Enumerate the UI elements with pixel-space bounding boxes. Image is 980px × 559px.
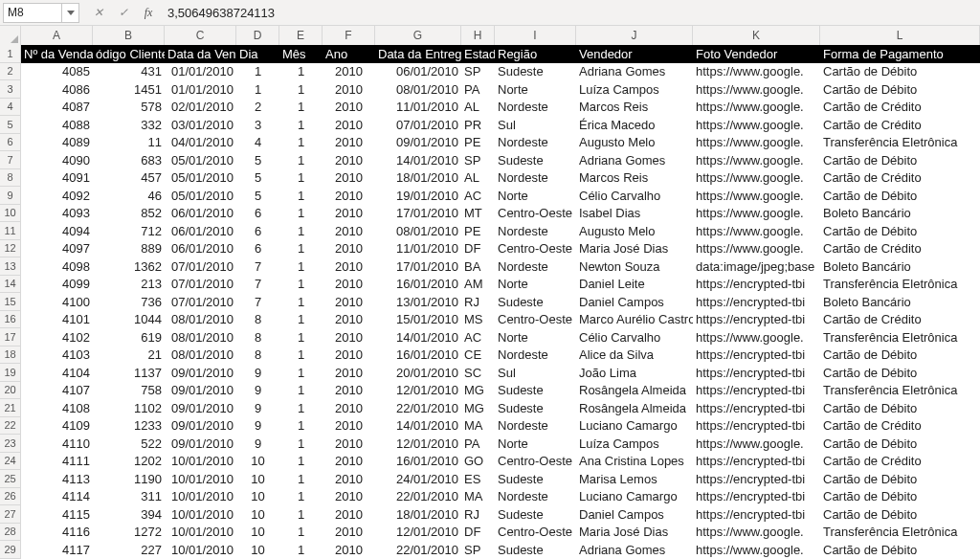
cell[interactable]: Marisa Lemos	[576, 470, 693, 488]
cell[interactable]: Sudeste	[495, 63, 576, 81]
cell[interactable]: GO	[461, 453, 495, 471]
cell[interactable]: AC	[461, 328, 495, 347]
cell[interactable]: Adriana Gomes	[576, 63, 693, 81]
cell[interactable]: Cartão de Crédito	[820, 240, 980, 258]
row-header-1[interactable]: 1	[0, 45, 21, 63]
cell[interactable]: 4094	[21, 222, 93, 240]
cell[interactable]: Cartão de Crédito	[820, 99, 980, 117]
cell[interactable]: ES	[461, 470, 495, 488]
cell[interactable]: 06/01/2010	[375, 63, 461, 81]
cell[interactable]: 4101	[21, 311, 93, 329]
cell[interactable]: https://encrypted-tbi	[693, 347, 820, 365]
cell[interactable]: Centro-Oeste	[495, 205, 576, 223]
cell[interactable]: 1	[279, 205, 323, 223]
cell[interactable]: Cartão de Débito	[820, 63, 980, 81]
cell[interactable]: https://www.google.	[693, 328, 820, 347]
cell[interactable]: 2010	[323, 257, 375, 276]
cell[interactable]: 4114	[21, 488, 93, 506]
row-header-21[interactable]: 21	[0, 399, 21, 417]
cell[interactable]: 2010	[323, 399, 375, 417]
cell[interactable]: 1	[279, 488, 323, 506]
cell[interactable]: 10	[236, 488, 279, 506]
cell[interactable]: Daniel Campos	[576, 293, 693, 311]
cell[interactable]: 2010	[323, 311, 375, 329]
cell[interactable]: 10/01/2010	[165, 505, 236, 524]
row-header-24[interactable]: 24	[0, 453, 21, 471]
cell[interactable]: 15/01/2010	[375, 311, 461, 329]
cell[interactable]: Norte	[495, 435, 576, 453]
cell[interactable]: 9	[236, 435, 279, 453]
cell[interactable]: https://encrypted-tbi	[693, 417, 820, 436]
cell[interactable]: Adriana Gomes	[576, 541, 693, 559]
cell[interactable]: Marco Aurélio Castro	[576, 311, 693, 329]
cell[interactable]: Nordeste	[495, 134, 576, 152]
cell[interactable]: 2010	[323, 328, 375, 347]
cell[interactable]: 2010	[323, 134, 375, 152]
cell[interactable]: https://www.google.	[693, 80, 820, 99]
cell[interactable]: DF	[461, 524, 495, 542]
cell[interactable]: 11	[93, 134, 165, 152]
cell[interactable]: 1	[279, 116, 323, 134]
row-header-2[interactable]: 2	[0, 63, 21, 81]
cell[interactable]: 10/01/2010	[165, 524, 236, 542]
table-header-cell[interactable]: Região	[495, 45, 576, 63]
column-header-A[interactable]: A	[21, 26, 93, 45]
cell[interactable]: SP	[461, 541, 495, 559]
cell[interactable]: 4089	[21, 134, 93, 152]
cell[interactable]: 4091	[21, 169, 93, 188]
cell[interactable]: Cartão de Débito	[820, 347, 980, 365]
row-header-13[interactable]: 13	[0, 257, 21, 276]
cell[interactable]: 4099	[21, 276, 93, 294]
cell[interactable]: 1	[279, 505, 323, 524]
cell[interactable]: https://www.google.	[693, 151, 820, 169]
cell[interactable]: 21	[93, 347, 165, 365]
cell[interactable]: 09/01/2010	[375, 134, 461, 152]
cell[interactable]: MA	[461, 488, 495, 506]
cell[interactable]: 683	[93, 151, 165, 169]
cell[interactable]: https://www.google.	[693, 435, 820, 453]
cell[interactable]: https://www.google.	[693, 524, 820, 542]
cell[interactable]: 4090	[21, 151, 93, 169]
cell[interactable]: 227	[93, 541, 165, 559]
cell[interactable]: Nordeste	[495, 417, 576, 436]
cell[interactable]: 04/01/2010	[165, 134, 236, 152]
cell[interactable]: AL	[461, 169, 495, 188]
cell[interactable]: 13/01/2010	[375, 293, 461, 311]
cell[interactable]: 1362	[93, 257, 165, 276]
cell[interactable]: AL	[461, 99, 495, 117]
cell[interactable]: https://encrypted-tbi	[693, 453, 820, 471]
cell[interactable]: 4108	[21, 399, 93, 417]
cell[interactable]: MG	[461, 399, 495, 417]
cell[interactable]: Transferência Eletrônica	[820, 134, 980, 152]
cell[interactable]: MT	[461, 205, 495, 223]
cell[interactable]: Cartão de Débito	[820, 151, 980, 169]
cell[interactable]: https://encrypted-tbi	[693, 276, 820, 294]
column-header-G[interactable]: G	[375, 26, 461, 45]
cell[interactable]: Centro-Oeste	[495, 311, 576, 329]
cell[interactable]: Rosângela Almeida	[576, 382, 693, 400]
cell[interactable]: MG	[461, 382, 495, 400]
cell[interactable]: 7	[236, 257, 279, 276]
cell[interactable]: 05/01/2010	[165, 187, 236, 205]
cell[interactable]: 1044	[93, 311, 165, 329]
cell[interactable]: Transferência Eletrônica	[820, 524, 980, 542]
cell[interactable]: Norte	[495, 328, 576, 347]
cell[interactable]: 9	[236, 382, 279, 400]
cell[interactable]: Maria José Dias	[576, 240, 693, 258]
cell[interactable]: 9	[236, 364, 279, 382]
cell[interactable]: Adriana Gomes	[576, 151, 693, 169]
cell[interactable]: 2010	[323, 382, 375, 400]
cell[interactable]: 4100	[21, 293, 93, 311]
cell[interactable]: 1	[279, 293, 323, 311]
row-header-10[interactable]: 10	[0, 205, 21, 223]
row-header-29[interactable]: 29	[0, 541, 21, 559]
cell[interactable]: 457	[93, 169, 165, 188]
cell[interactable]: CE	[461, 347, 495, 365]
cell[interactable]: PE	[461, 222, 495, 240]
cell[interactable]: 431	[93, 63, 165, 81]
column-header-I[interactable]: I	[495, 26, 576, 45]
cell[interactable]: SC	[461, 364, 495, 382]
cell[interactable]: https://encrypted-tbi	[693, 470, 820, 488]
row-header-27[interactable]: 27	[0, 505, 21, 524]
cell[interactable]: 2	[236, 99, 279, 117]
